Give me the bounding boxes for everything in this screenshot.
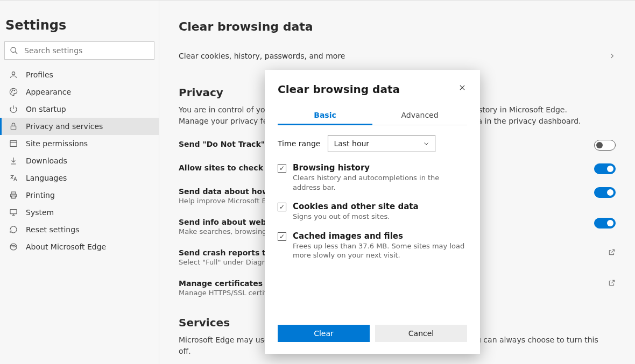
svg-point-0 — [11, 47, 16, 52]
search-icon — [10, 46, 18, 55]
svg-point-5 — [14, 90, 15, 91]
check-item-cache: Cached images and files Frees up less th… — [278, 231, 467, 260]
checkbox-history[interactable] — [278, 164, 286, 173]
palette-icon — [9, 88, 18, 96]
external-link-icon — [608, 248, 616, 256]
sidebar-item-label: Site permissions — [26, 139, 88, 148]
tab-basic[interactable]: Basic — [278, 105, 372, 125]
reset-icon — [9, 225, 18, 234]
check-title: Cookies and other site data — [293, 202, 419, 211]
time-range-label: Time range — [278, 139, 320, 148]
sidebar-item-label: System — [26, 208, 54, 217]
check-desc: Frees up less than 37.6 MB. Some sites m… — [293, 241, 467, 260]
sidebar-item-label: Appearance — [26, 88, 71, 96]
sidebar-item-label: Downloads — [26, 156, 67, 165]
svg-rect-9 — [11, 192, 16, 194]
clear-data-dialog: Clear browsing data Basic Advanced Time … — [265, 70, 480, 354]
dialog-buttons: Clear Cancel — [278, 325, 467, 342]
svg-point-3 — [11, 91, 12, 92]
site-icon — [9, 139, 18, 148]
time-range-select[interactable]: Last hour — [328, 135, 435, 152]
svg-rect-6 — [11, 126, 16, 130]
sidebar-item-about[interactable]: About Microsoft Edge — [0, 238, 159, 255]
chevron-right-icon — [608, 52, 616, 60]
sidebar-item-label: About Microsoft Edge — [26, 242, 106, 251]
chevron-down-icon — [423, 140, 429, 147]
sidebar-item-reset[interactable]: Reset settings — [0, 221, 159, 238]
sidebar-item-label: Reset settings — [26, 225, 79, 234]
svg-rect-7 — [10, 141, 17, 147]
language-icon — [9, 174, 18, 182]
svg-point-4 — [12, 90, 13, 90]
clear-data-link-label: Clear cookies, history, passwords, and m… — [179, 52, 345, 60]
search-box — [4, 41, 154, 60]
sidebar-item-printing[interactable]: Printing — [0, 187, 159, 204]
toggle-do-not-track[interactable] — [594, 140, 616, 151]
svg-point-2 — [12, 72, 15, 75]
sidebar-item-startup[interactable]: On startup — [0, 101, 159, 118]
tab-advanced[interactable]: Advanced — [372, 105, 467, 125]
clear-items-list: Browsing history Clears history and auto… — [278, 163, 467, 260]
sidebar-item-label: Privacy and services — [26, 122, 103, 131]
search-input[interactable] — [4, 41, 154, 60]
checkbox-cache[interactable] — [278, 232, 286, 241]
sidebar-item-label: Printing — [26, 191, 55, 199]
sidebar-item-languages[interactable]: Languages — [0, 169, 159, 187]
sidebar-item-downloads[interactable]: Downloads — [0, 152, 159, 169]
clear-data-link-row[interactable]: Clear cookies, history, passwords, and m… — [179, 45, 616, 67]
svg-line-1 — [15, 52, 17, 54]
sidebar-nav: Profiles Appearance On startup Privacy a… — [0, 66, 159, 255]
sidebar-item-profiles[interactable]: Profiles — [0, 66, 159, 83]
sidebar: Settings Profiles Appearance On startup — [0, 1, 159, 364]
clear-data-heading: Clear browsing data — [179, 20, 616, 33]
lock-icon — [9, 122, 18, 131]
sidebar-item-site-permissions[interactable]: Site permissions — [0, 135, 159, 152]
check-title: Cached images and files — [293, 231, 467, 241]
checkbox-cookies[interactable] — [278, 203, 286, 211]
page-title: Settings — [0, 18, 159, 41]
close-icon[interactable] — [457, 83, 467, 92]
print-icon — [9, 191, 18, 199]
check-title: Browsing history — [293, 163, 467, 173]
dialog-title: Clear browsing data — [278, 83, 400, 96]
check-item-history: Browsing history Clears history and auto… — [278, 163, 467, 192]
clear-button[interactable]: Clear — [278, 325, 370, 342]
check-desc: Signs you out of most sites. — [293, 212, 419, 222]
toggle-usage-data[interactable] — [594, 187, 616, 198]
time-range-row: Time range Last hour — [278, 135, 467, 152]
check-desc: Clears history and autocompletions in th… — [293, 173, 467, 192]
sidebar-item-label: Languages — [26, 174, 67, 182]
download-icon — [9, 156, 18, 165]
dialog-tabs: Basic Advanced — [278, 105, 467, 125]
sidebar-item-label: On startup — [26, 105, 66, 113]
time-range-value: Last hour — [334, 139, 369, 148]
external-link-icon — [608, 279, 616, 287]
toggle-payment-check[interactable] — [594, 163, 616, 174]
check-item-cookies: Cookies and other site data Signs you ou… — [278, 202, 467, 222]
system-icon — [9, 208, 18, 217]
toggle-site-info[interactable] — [594, 218, 616, 229]
cancel-button[interactable]: Cancel — [375, 325, 467, 342]
svg-rect-12 — [10, 210, 17, 214]
edge-icon — [9, 242, 18, 251]
sidebar-item-appearance[interactable]: Appearance — [0, 83, 159, 101]
sidebar-item-privacy[interactable]: Privacy and services — [0, 118, 159, 135]
sidebar-item-system[interactable]: System — [0, 204, 159, 221]
power-icon — [9, 105, 18, 113]
person-icon — [9, 70, 18, 79]
sidebar-item-label: Profiles — [26, 70, 53, 79]
